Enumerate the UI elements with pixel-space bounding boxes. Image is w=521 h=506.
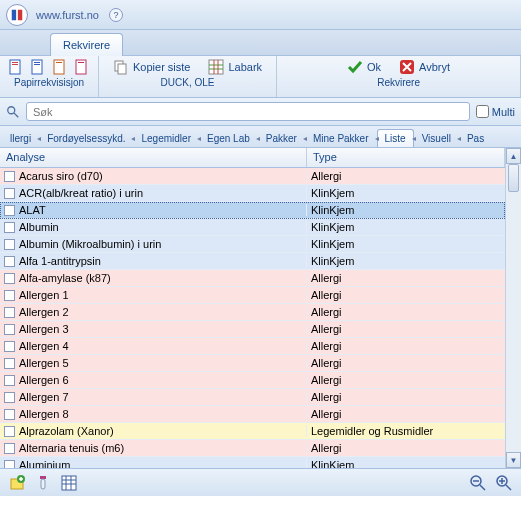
tube-icon[interactable] bbox=[34, 474, 52, 492]
table-row[interactable]: Alfa-amylase (k87)Allergi bbox=[0, 270, 505, 287]
table-row[interactable]: Allergen 8Allergi bbox=[0, 406, 505, 423]
svg-rect-13 bbox=[118, 64, 126, 74]
row-checkbox[interactable] bbox=[4, 290, 15, 301]
analyse-name: Albumin bbox=[19, 221, 59, 233]
svg-rect-7 bbox=[34, 64, 40, 65]
labark-button[interactable]: Labark bbox=[202, 57, 268, 77]
analyse-name: Allergen 8 bbox=[19, 408, 69, 420]
table-row[interactable]: Alprazolam (Xanor)Legemidler og Rusmidle… bbox=[0, 423, 505, 440]
svg-rect-0 bbox=[12, 9, 16, 20]
table-icon[interactable] bbox=[60, 474, 78, 492]
row-checkbox[interactable] bbox=[4, 256, 15, 267]
type-name: KlinKjem bbox=[307, 255, 505, 267]
table-row[interactable]: Allergen 4Allergi bbox=[0, 338, 505, 355]
svg-rect-11 bbox=[78, 62, 84, 63]
add-icon[interactable] bbox=[8, 474, 26, 492]
type-name: KlinKjem bbox=[307, 238, 505, 250]
tab-rekvirere[interactable]: Rekvirere bbox=[50, 33, 123, 56]
analyse-name: ALAT bbox=[19, 204, 46, 216]
filter-tab-pas[interactable]: ◂Pas bbox=[459, 129, 492, 147]
table-row[interactable]: Allergen 2Allergi bbox=[0, 304, 505, 321]
filter-tab-pakker[interactable]: ◂Pakker bbox=[258, 129, 305, 147]
row-checkbox[interactable] bbox=[4, 273, 15, 284]
ok-button[interactable]: Ok bbox=[341, 57, 387, 77]
svg-rect-6 bbox=[34, 62, 40, 63]
paper-icon-2[interactable] bbox=[30, 59, 46, 75]
kopier-siste-button[interactable]: Kopier siste bbox=[107, 57, 196, 77]
type-name: Allergi bbox=[307, 289, 505, 301]
multi-checkbox[interactable]: Multi bbox=[476, 105, 515, 118]
row-checkbox[interactable] bbox=[4, 443, 15, 454]
analyse-name: Alfa 1-antitrypsin bbox=[19, 255, 101, 267]
filter-tab-llergi[interactable]: llergi bbox=[2, 129, 39, 147]
row-checkbox[interactable] bbox=[4, 358, 15, 369]
filter-tab-visuell[interactable]: ◂Visuell bbox=[414, 129, 459, 147]
row-checkbox[interactable] bbox=[4, 460, 15, 469]
table-row[interactable]: AluminiumKlinKjem bbox=[0, 457, 505, 468]
table-row[interactable]: Acarus siro (d70)Allergi bbox=[0, 168, 505, 185]
table-row[interactable]: AlbuminKlinKjem bbox=[0, 219, 505, 236]
filter-tab-egenlab[interactable]: ◂Egen Lab bbox=[199, 129, 258, 147]
row-checkbox[interactable] bbox=[4, 205, 15, 216]
analyse-name: Alprazolam (Xanor) bbox=[19, 425, 114, 437]
type-name: Allergi bbox=[307, 442, 505, 454]
row-checkbox[interactable] bbox=[4, 375, 15, 386]
filter-tab-minepakker[interactable]: ◂Mine Pakker bbox=[305, 129, 377, 147]
table-row[interactable]: Alternaria tenuis (m6)Allergi bbox=[0, 440, 505, 457]
url-text: www.furst.no bbox=[36, 9, 99, 21]
analyse-name: Allergen 1 bbox=[19, 289, 69, 301]
row-checkbox[interactable] bbox=[4, 171, 15, 182]
toolbar-group-patient: Kopier siste Labark DUCK, OLE bbox=[99, 56, 277, 97]
row-checkbox[interactable] bbox=[4, 239, 15, 250]
type-name: Legemidler og Rusmidler bbox=[307, 425, 505, 437]
paper-icon-4[interactable] bbox=[74, 59, 90, 75]
zoom-in-icon[interactable] bbox=[495, 474, 513, 492]
table-row[interactable]: Albumin (Mikroalbumin) i urinKlinKjem bbox=[0, 236, 505, 253]
main-tabbar: Rekvirere bbox=[0, 30, 521, 56]
scroll-thumb[interactable] bbox=[508, 164, 519, 192]
table-row[interactable]: ALATKlinKjem bbox=[0, 202, 505, 219]
row-checkbox[interactable] bbox=[4, 392, 15, 403]
column-type[interactable]: Type bbox=[307, 148, 505, 167]
scroll-up-button[interactable]: ▲ bbox=[506, 148, 521, 164]
row-checkbox[interactable] bbox=[4, 341, 15, 352]
paper-icon-1[interactable] bbox=[8, 59, 24, 75]
help-icon[interactable]: ? bbox=[109, 8, 123, 22]
filter-tab-liste[interactable]: ◂Liste bbox=[377, 129, 414, 148]
app-logo bbox=[6, 4, 28, 26]
table-row[interactable]: Allergen 1Allergi bbox=[0, 287, 505, 304]
type-name: Allergi bbox=[307, 357, 505, 369]
filter-tab-fordyelsessykd[interactable]: ◂Fordøyelsessykd. bbox=[39, 129, 133, 147]
row-checkbox[interactable] bbox=[4, 307, 15, 318]
paper-icon-3[interactable] bbox=[52, 59, 68, 75]
type-name: Allergi bbox=[307, 170, 505, 182]
type-name: Allergi bbox=[307, 323, 505, 335]
table-row[interactable]: Alfa 1-antitrypsinKlinKjem bbox=[0, 253, 505, 270]
column-analyse[interactable]: Analyse bbox=[0, 148, 307, 167]
search-input[interactable] bbox=[26, 102, 470, 121]
filter-tabs: llergi◂Fordøyelsessykd.◂Legemidler◂Egen … bbox=[0, 126, 521, 148]
analyse-name: Allergen 3 bbox=[19, 323, 69, 335]
table-row[interactable]: Allergen 5Allergi bbox=[0, 355, 505, 372]
svg-line-37 bbox=[506, 485, 511, 490]
row-checkbox[interactable] bbox=[4, 426, 15, 437]
table-row[interactable]: ACR(alb/kreat ratio) i urinKlinKjem bbox=[0, 185, 505, 202]
type-name: KlinKjem bbox=[307, 204, 505, 216]
analyse-name: Acarus siro (d70) bbox=[19, 170, 103, 182]
header: www.furst.no ? bbox=[0, 0, 521, 30]
vertical-scrollbar[interactable]: ▲ ▼ bbox=[505, 148, 521, 468]
analyse-name: Allergen 2 bbox=[19, 306, 69, 318]
filter-tab-legemidler[interactable]: ◂Legemidler bbox=[133, 129, 198, 147]
table-row[interactable]: Allergen 3Allergi bbox=[0, 321, 505, 338]
table-row[interactable]: Allergen 7Allergi bbox=[0, 389, 505, 406]
row-checkbox[interactable] bbox=[4, 188, 15, 199]
table-row[interactable]: Allergen 6Allergi bbox=[0, 372, 505, 389]
row-checkbox[interactable] bbox=[4, 222, 15, 233]
analyse-name: Aluminium bbox=[19, 459, 70, 468]
toolbar-label-paper: Papirrekvisisjon bbox=[14, 77, 84, 88]
avbryt-button[interactable]: Avbryt bbox=[393, 57, 456, 77]
zoom-out-icon[interactable] bbox=[469, 474, 487, 492]
scroll-down-button[interactable]: ▼ bbox=[506, 452, 521, 468]
row-checkbox[interactable] bbox=[4, 409, 15, 420]
row-checkbox[interactable] bbox=[4, 324, 15, 335]
